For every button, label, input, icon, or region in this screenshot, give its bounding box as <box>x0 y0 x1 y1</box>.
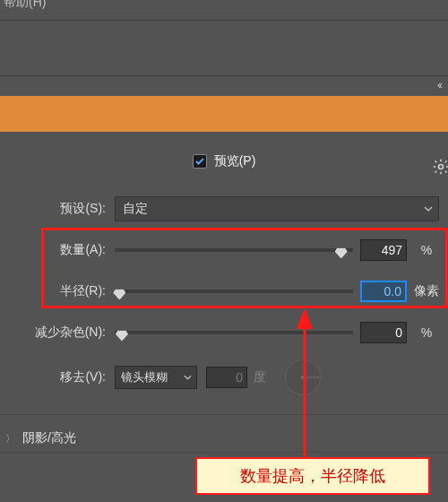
slider-thumb[interactable] <box>335 248 348 259</box>
amount-input[interactable] <box>360 239 407 261</box>
chevron-down-icon <box>184 371 192 385</box>
slider-thumb[interactable] <box>116 331 128 342</box>
slider-thumb[interactable] <box>113 290 125 300</box>
amount-label: 数量(A): <box>9 242 115 258</box>
annotation-callout: 数量提高，半径降低 <box>195 457 430 495</box>
noise-unit: % <box>414 325 439 340</box>
remove-select[interactable]: 镜头模糊 <box>115 366 197 389</box>
preset-value: 自定 <box>123 201 148 217</box>
radius-slider[interactable] <box>115 290 353 293</box>
radius-label: 半径(R): <box>9 283 115 299</box>
shadows-label: 阴影/高光 <box>22 430 76 446</box>
remove-label: 移去(V): <box>9 369 115 385</box>
menu-help[interactable]: 帮助(H) <box>4 0 46 11</box>
preset-label: 预设(S): <box>9 201 115 217</box>
divider <box>0 452 448 453</box>
chevron-right-icon: 〉 <box>5 432 15 446</box>
callout-text: 数量提高，半径降低 <box>240 465 385 487</box>
highlight-bar <box>0 96 448 132</box>
divider <box>0 414 448 415</box>
radius-input[interactable] <box>360 281 407 302</box>
noise-slider[interactable] <box>115 331 353 334</box>
shadows-disclosure[interactable]: 〉 阴影/高光 <box>5 430 76 446</box>
collapse-panel[interactable]: ‹‹ <box>437 79 441 91</box>
angle-knob <box>285 359 321 395</box>
noise-label: 减少杂色(N): <box>9 325 115 341</box>
degree-unit: 度 <box>247 369 272 385</box>
amount-slider[interactable] <box>115 248 353 252</box>
divider <box>0 75 448 76</box>
divider <box>0 20 448 21</box>
preview-label: 预览(P) <box>214 153 256 169</box>
preview-checkbox[interactable] <box>193 154 207 169</box>
amount-unit: % <box>414 243 439 257</box>
remove-value: 镜头模糊 <box>121 369 168 385</box>
noise-input[interactable] <box>360 322 407 343</box>
degree-input <box>206 367 247 388</box>
chevron-down-icon <box>424 202 433 216</box>
radius-unit: 像素 <box>414 283 439 299</box>
preset-select[interactable]: 自定 <box>115 196 439 221</box>
